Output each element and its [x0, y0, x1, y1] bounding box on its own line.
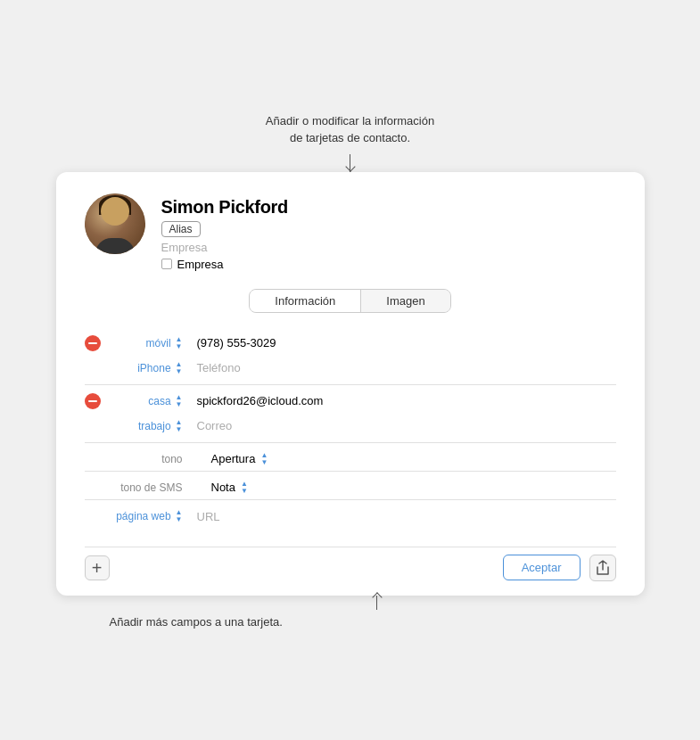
sms-value: Nota — [211, 481, 235, 494]
email-stepper-1[interactable]: ▲▼ — [176, 394, 183, 408]
bottom-bar: + Aceptar — [85, 547, 616, 581]
sms-label: tono de SMS — [111, 481, 183, 494]
email-placeholder-2[interactable]: Correo — [197, 419, 233, 432]
web-row: página web ▲▼ URL — [85, 504, 616, 529]
tooltip-top: Añadir o modificar la información de tar… — [266, 112, 434, 147]
tooltip-bottom-line — [376, 596, 377, 610]
phone-value-1: (978) 555-3029 — [197, 336, 276, 349]
phone-group: móvil ▲▼ (978) 555-3029 iPhone ▲▼ Teléfo… — [85, 331, 616, 385]
tab-information[interactable]: Información — [250, 290, 361, 312]
fields-section: móvil ▲▼ (978) 555-3029 iPhone ▲▼ Teléfo… — [85, 331, 616, 532]
tone-label: tono — [111, 453, 183, 465]
tooltip-top-line — [350, 154, 350, 172]
tooltip-bottom: Añadir más campos a una tarjeta. — [110, 615, 283, 629]
remove-phone-button[interactable] — [85, 335, 101, 351]
web-stepper[interactable]: ▲▼ — [176, 509, 183, 523]
email-row-2: trabajo ▲▼ Correo — [85, 414, 616, 439]
email-value-1: spickford26@icloud.com — [197, 394, 324, 407]
web-spacer — [85, 508, 101, 524]
tabs-group: Información Imagen — [249, 289, 450, 313]
tabs-section: Información Imagen — [85, 289, 616, 313]
tone-stepper[interactable]: ▲▼ — [260, 452, 268, 466]
sms-spacer — [85, 480, 101, 496]
share-icon — [596, 560, 610, 576]
phone-placeholder-2[interactable]: Teléfono — [197, 361, 241, 374]
web-label[interactable]: página web ▲▼ — [111, 509, 183, 523]
alias-badge[interactable]: Alias — [161, 221, 201, 237]
contact-name: Simon Pickford — [161, 197, 289, 218]
tab-image[interactable]: Imagen — [361, 290, 449, 312]
sms-stepper[interactable]: ▲▼ — [241, 481, 248, 495]
tone-row: tono Apertura ▲▼ — [85, 447, 616, 472]
avatar — [85, 193, 145, 254]
company-placeholder: Empresa — [161, 241, 289, 254]
company-label: Empresa — [177, 258, 224, 271]
remove-email-button[interactable] — [85, 393, 101, 409]
accept-button[interactable]: Aceptar — [503, 555, 581, 580]
company-checkbox[interactable] — [161, 259, 172, 269]
share-button[interactable] — [589, 555, 616, 581]
email-stepper-2[interactable]: ▲▼ — [176, 419, 183, 433]
phone-row-1: móvil ▲▼ (978) 555-3029 — [85, 331, 616, 356]
contact-card: Simon Pickford Alias Empresa Empresa Inf… — [56, 172, 645, 596]
tone-spacer — [85, 451, 101, 467]
phone-stepper-1[interactable]: ▲▼ — [176, 336, 183, 350]
tone-value: Apertura — [211, 452, 256, 465]
phone-stepper-2[interactable]: ▲▼ — [176, 361, 183, 375]
add-field-button[interactable]: + — [85, 555, 110, 580]
email-row-1: casa ▲▼ spickford26@icloud.com — [85, 389, 616, 414]
phone-label-2[interactable]: iPhone ▲▼ — [111, 361, 183, 375]
sms-tone-row: tono de SMS Nota ▲▼ — [85, 475, 616, 500]
email-label-1[interactable]: casa ▲▼ — [111, 394, 183, 408]
company-row: Empresa — [161, 258, 289, 271]
email-group: casa ▲▼ spickford26@icloud.com trabajo ▲… — [85, 389, 616, 443]
contact-header: Simon Pickford Alias Empresa Empresa — [85, 193, 616, 271]
email-label-2[interactable]: trabajo ▲▼ — [111, 419, 183, 433]
contact-info: Simon Pickford Alias Empresa Empresa — [161, 193, 289, 271]
phone-row-2: iPhone ▲▼ Teléfono — [85, 356, 616, 381]
phone-spacer — [85, 360, 101, 376]
bottom-right: Aceptar — [503, 555, 616, 581]
web-placeholder[interactable]: URL — [197, 510, 220, 523]
email-spacer — [85, 418, 101, 434]
phone-label-1[interactable]: móvil ▲▼ — [111, 336, 183, 350]
